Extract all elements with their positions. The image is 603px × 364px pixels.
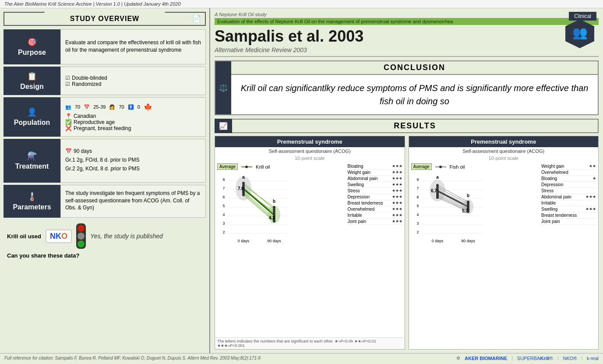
chart1-subheader: Self-assessment questionaire (ACOG) (215, 147, 405, 155)
krill-oil-row: Krill oil used NKO Yes, the study is pub… (4, 220, 206, 252)
symptom2-breast: Breast tenderness (541, 212, 596, 219)
chart2-scale: 10-point scale (409, 155, 599, 161)
study-subtitle-bar: Evaluation of the effects of Neptune Kri… (215, 18, 599, 25)
population-section: 👤 Population 👥 70 📅 25-39 👩 70 🚹 0 🍁 📍 (4, 97, 206, 137)
x-label-0-2: 0 days (431, 239, 443, 243)
symptom2-stress: Stress (541, 188, 596, 194)
results-icon-box: 📈 (215, 119, 232, 133)
include-icon: ✅ (65, 119, 72, 125)
pop-female-icon: 👩 (109, 104, 115, 110)
chart1-legend: Average Krill oil (217, 163, 346, 170)
y3-2: 3 (416, 221, 419, 226)
chart1-legend-avg: Average (217, 163, 238, 170)
parameters-text: The study investigate ten frequent sympt… (65, 190, 201, 212)
chart2-legend-label: Fish oil (450, 164, 465, 170)
randomized-label: Randomized (72, 81, 101, 87)
include-item: ✅ Reproductive age (65, 119, 201, 125)
logo-sep3: | (581, 356, 582, 360)
chart1-footer: The letters indicates the numbers that a… (215, 337, 405, 349)
symptom2-bloating: Bloating★ (541, 176, 596, 182)
left-panel: STUDY OVERVIEW 📄 🎯 Purpose Evaluate and … (0, 8, 210, 353)
conclusion-text: Krill oil can significantlky reduce symp… (231, 75, 598, 114)
chart2-header: Premenstrual syndrome (409, 136, 599, 147)
symptom2-swelling: Swelling★★★ (541, 206, 596, 212)
fish-line-icon (435, 165, 448, 169)
people-text: 👥 (572, 25, 588, 40)
hexagon-container: 👥 (564, 18, 595, 50)
logo-nko2: NKO® (563, 356, 577, 361)
y8-2: 8 (416, 177, 419, 182)
location-icon: 📍 (65, 113, 72, 119)
include-text: Reproductive age (74, 119, 115, 125)
results-area: Premenstrual syndrome Self-assessment qu… (215, 136, 599, 350)
parameters-icon: 🌡️ (27, 192, 37, 201)
pop-group-icon: 👥 (65, 104, 71, 110)
chart2-legend-line: Fish oil (435, 164, 465, 170)
purpose-icon: 🎯 (27, 37, 37, 47)
label-a2: a (436, 175, 439, 180)
y5: 5 (222, 204, 225, 208)
y7-2: 7 (416, 186, 419, 191)
purpose-section: 🎯 Purpose Evaluate and compare the effec… (4, 29, 206, 64)
symptom-bloating: Bloating★★★ (348, 163, 402, 170)
conclusion-content: CONCLUSION Krill oil can significantlky … (231, 61, 598, 114)
treatment-section: ⚗️ Treatment 📅 90 days Gr.1 2g, FO/d, 8 … (4, 139, 206, 183)
share-label: Can you share these data? (4, 252, 206, 261)
chart2-legend: Average Fish oil (411, 163, 540, 170)
tl-green (78, 240, 85, 247)
svg-point-3 (439, 166, 442, 168)
chart1-header: Premenstrual syndrome (215, 136, 405, 147)
svg-point-1 (245, 166, 248, 168)
chart2-subheader: Self-assessment questionaire (ACOG) (409, 147, 599, 155)
start-val2: 6,7 (431, 188, 437, 193)
dot-start-8 (242, 194, 245, 196)
design-title: Design (20, 83, 43, 91)
conclusion-title: CONCLUSION (231, 61, 598, 75)
study-journal: Alternative Medicine Review 2003 (215, 46, 599, 53)
logo-divider: ⚙ (456, 356, 460, 360)
pop-meta-row: 👥 70 📅 25-39 👩 70 🚹 0 🍁 (65, 103, 201, 111)
symptom-irritable: Irritable★★★ (348, 212, 402, 219)
chart2-symptoms: Weight gain★★ Overwhelmed Bloating★ Depr… (539, 163, 596, 347)
right-header: A Neptune Krill Oil study Evaluation of … (215, 12, 599, 56)
double-blinded-label: Double-blinded (72, 75, 107, 81)
logo-kreal: k·real (587, 356, 599, 361)
parameters-content: The study investigate ten frequent sympt… (60, 185, 206, 218)
chart1-legend-label: Krill oil (256, 164, 270, 170)
chart1-left: Average Krill oil (217, 163, 346, 335)
document-icon: 📄 (192, 14, 201, 23)
fdot-start-8 (436, 196, 439, 199)
purpose-text: Evaluate and compare the effectiveness o… (65, 39, 201, 54)
logo-aker: AKER BIOMARINE (465, 356, 507, 361)
symptom-abdominal: Abdominal pain★★★ (348, 176, 402, 182)
treatment-group1: Gr.1 2g, FO/d, 8 d. prior to PMS (65, 156, 201, 164)
divider (215, 56, 599, 57)
treatment-duration: 📅 90 days (65, 148, 201, 155)
top-banner: The Aker BioMarine Krill Science Archive… (0, 0, 603, 8)
y3: 3 (222, 221, 225, 226)
tl-red (78, 225, 85, 232)
symptom-breast: Breast tenderness★★★ (348, 200, 402, 206)
chart1-symptoms: Bloating★★★ Weight gain★★★ Abdominal pai… (346, 163, 402, 335)
symptom2-depression: Depression (541, 182, 596, 188)
krill-line-icon (241, 165, 254, 169)
treatment-content: 📅 90 days Gr.1 2g, FO/d, 8 d. prior to P… (60, 139, 206, 183)
pop-male: 0 (138, 104, 140, 110)
results-title: RESULTS (232, 119, 599, 133)
exclude-icon: ❌ (65, 125, 72, 131)
symptom2-irritable: Irritable (541, 200, 596, 206)
check-icon-2: ☑ (65, 81, 70, 87)
conclusion-box: ⚖️ CONCLUSION Krill oil can significantl… (215, 60, 599, 115)
pop-n: 70 (75, 104, 80, 110)
published-text: Yes, the study is published (90, 233, 163, 240)
study-source: A Neptune Krill Oil study (215, 12, 599, 17)
population-label: 👤 Population (4, 97, 60, 137)
pop-female: 70 (119, 104, 124, 110)
y7: 7 (222, 186, 225, 191)
design-content: ☑ Double-blinded ☑ Randomized (60, 67, 206, 95)
end-val1: 4.3 (269, 216, 275, 220)
nko-logo: NKO (46, 230, 72, 243)
end-val2: 5,7 (462, 209, 468, 213)
bottom-bar: Full reference for citation: Sampalis F,… (0, 353, 603, 363)
symptom-swelling: Swelling★★★ (348, 182, 402, 188)
